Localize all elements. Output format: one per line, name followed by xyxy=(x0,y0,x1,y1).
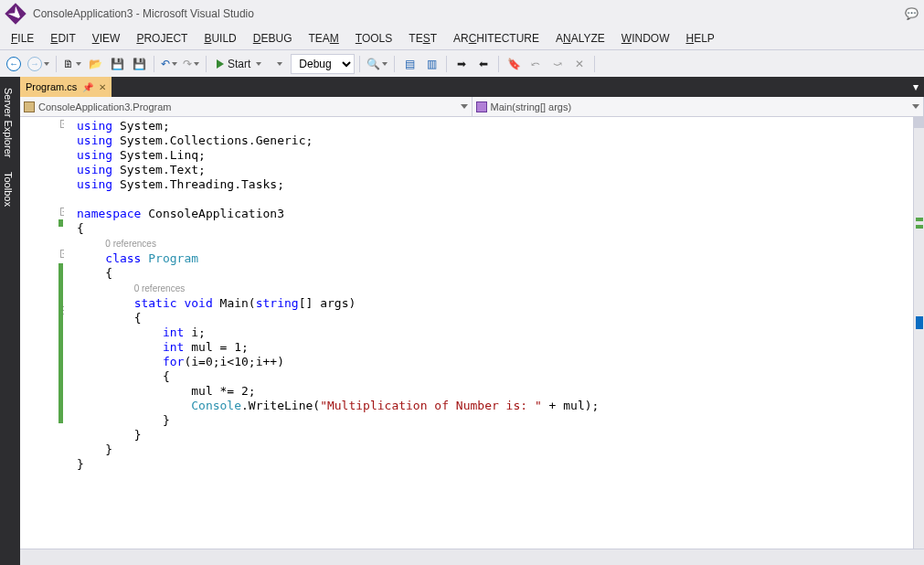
prev-bookmark-button[interactable]: ⤺ xyxy=(526,54,546,74)
menu-file[interactable]: FILE xyxy=(4,29,41,48)
split-handle-icon[interactable] xyxy=(913,117,924,128)
code-editor[interactable]: using System; using System.Collections.G… xyxy=(64,117,913,549)
nav-back-button[interactable]: ← xyxy=(4,54,24,74)
editor-zone: Program.cs 📌 ✕ ▾ ConsoleApplication3.Pro… xyxy=(20,77,924,565)
feedback-icon[interactable]: 💬 xyxy=(905,7,919,20)
menu-project[interactable]: PROJECT xyxy=(129,29,195,48)
overview-ruler[interactable] xyxy=(913,117,924,549)
save-button[interactable]: 💾 xyxy=(107,54,127,74)
toolbar-separator xyxy=(498,56,499,72)
codelens-references[interactable]: 0 references xyxy=(105,239,156,249)
new-project-button[interactable]: 🗎 xyxy=(61,54,83,74)
menu-help[interactable]: HELP xyxy=(678,29,721,48)
navigation-bar: ConsoleApplication3.Program Main(string[… xyxy=(20,97,924,117)
toolbar-separator xyxy=(446,56,447,72)
tab-overflow-icon[interactable]: ▾ xyxy=(908,77,924,97)
save-all-button[interactable]: 💾 xyxy=(129,54,149,74)
uncomment-button[interactable]: ▥ xyxy=(421,54,441,74)
type-nav-combo[interactable]: ConsoleApplication3.Program xyxy=(20,97,473,116)
window-title: ConsoleApplication3 - Microsoft Visual S… xyxy=(33,7,254,20)
redo-button[interactable]: ↷ xyxy=(181,54,201,74)
menu-test[interactable]: TEST xyxy=(401,29,444,48)
side-tab-well: Server Explorer Toolbox xyxy=(0,77,20,565)
toolbar-separator xyxy=(394,56,395,72)
change-mark-icon xyxy=(916,218,923,221)
play-icon xyxy=(217,59,224,69)
method-icon xyxy=(476,101,487,112)
find-button[interactable]: 🔍 xyxy=(365,54,389,74)
title-bar: ConsoleApplication3 - Microsoft Visual S… xyxy=(0,0,924,27)
nav-forward-button[interactable]: → xyxy=(26,54,51,74)
document-tab-well: Program.cs 📌 ✕ ▾ xyxy=(20,77,924,97)
server-explorer-tab[interactable]: Server Explorer xyxy=(0,80,20,165)
menu-tools[interactable]: TOOLS xyxy=(348,29,399,48)
type-nav-label: ConsoleApplication3.Program xyxy=(38,101,172,112)
close-icon[interactable]: ✕ xyxy=(99,82,106,92)
menu-architecture[interactable]: ARCHITECTURE xyxy=(446,29,547,48)
menu-window[interactable]: WINDOW xyxy=(614,29,677,48)
editor-gutter: − − − − xyxy=(20,117,64,549)
open-file-button[interactable]: 📂 xyxy=(85,54,105,74)
start-dropdown[interactable] xyxy=(269,54,289,74)
menu-bar: FILE EDIT VIEW PROJECT BUILD DEBUG TEAM … xyxy=(0,27,924,49)
clear-bookmarks-button[interactable]: ✕ xyxy=(569,54,589,74)
main-content-row: Server Explorer Toolbox Program.cs 📌 ✕ ▾… xyxy=(0,77,924,565)
solution-config-select[interactable]: Debug xyxy=(291,54,355,74)
member-nav-label: Main(string[] args) xyxy=(491,101,572,112)
visual-studio-logo-icon xyxy=(5,3,26,24)
toolbar-separator xyxy=(154,56,154,72)
toolbar-separator xyxy=(594,56,595,72)
indent-button[interactable]: ➡ xyxy=(451,54,472,74)
member-nav-combo[interactable]: Main(string[] args) xyxy=(473,97,925,116)
toolbar-separator xyxy=(56,56,57,72)
bookmark-button[interactable]: 🔖 xyxy=(504,54,524,74)
pin-icon[interactable]: 📌 xyxy=(82,82,93,92)
menu-edit[interactable]: EDIT xyxy=(43,29,82,48)
code-editor-wrap: − − − − using System; using System.Colle… xyxy=(20,117,924,549)
menu-build[interactable]: BUILD xyxy=(196,29,243,48)
next-bookmark-button[interactable]: ⤻ xyxy=(547,54,568,74)
toolbar-separator xyxy=(206,56,207,72)
class-icon xyxy=(24,101,35,112)
outdent-button[interactable]: ⬅ xyxy=(473,54,494,74)
document-tab-program[interactable]: Program.cs 📌 ✕ xyxy=(20,77,112,97)
toolbox-tab[interactable]: Toolbox xyxy=(0,165,20,214)
main-toolbar: ← → 🗎 📂 💾 💾 ↶ ↷ Start Debug 🔍 ▤ ▥ ➡ ⬅ 🔖 … xyxy=(0,49,924,77)
change-marker xyxy=(58,263,63,423)
undo-button[interactable]: ↶ xyxy=(159,54,179,74)
menu-view[interactable]: VIEW xyxy=(85,29,128,48)
codelens-references[interactable]: 0 references xyxy=(134,283,186,293)
comment-button[interactable]: ▤ xyxy=(399,54,420,74)
toolbar-separator xyxy=(359,56,360,72)
menu-analyze[interactable]: ANALYZE xyxy=(548,29,612,48)
caret-mark-icon xyxy=(916,316,923,329)
change-mark-icon xyxy=(916,225,923,229)
start-debug-button[interactable]: Start xyxy=(211,54,267,74)
horizontal-scrollbar[interactable] xyxy=(20,549,924,565)
tab-label: Program.cs xyxy=(26,81,77,92)
menu-team[interactable]: TEAM xyxy=(301,29,345,48)
menu-debug[interactable]: DEBUG xyxy=(246,29,300,48)
change-marker xyxy=(58,219,63,227)
